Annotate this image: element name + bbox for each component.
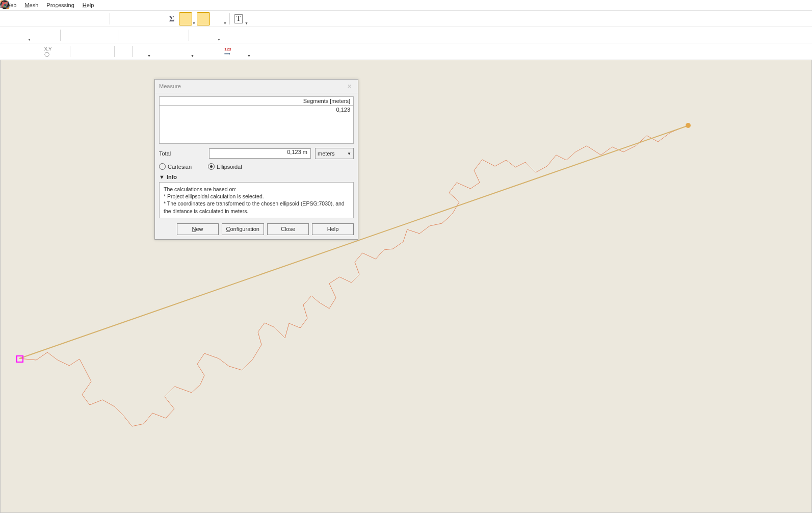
extent-icon[interactable] <box>55 45 67 58</box>
shape-icon <box>45 29 58 41</box>
new-button[interactable]: New <box>177 223 219 235</box>
segments-list[interactable]: 0,123 <box>159 106 354 144</box>
close-button-label: Close <box>281 226 295 232</box>
edit-toggle-icon <box>2 29 14 41</box>
poly-icon <box>32 29 44 41</box>
separator <box>60 30 61 41</box>
save-icon[interactable] <box>55 13 67 25</box>
help-button[interactable]: Help <box>312 223 354 235</box>
separator <box>189 30 189 41</box>
dropdown-arrow-icon[interactable]: ▼ <box>223 21 227 25</box>
sigma-icon[interactable]: Σ <box>166 13 178 25</box>
radio-ellipsoidal-label: Ellipsoidal <box>217 164 242 170</box>
text-annotation-icon[interactable]: T <box>232 13 245 25</box>
node-icon <box>265 45 277 58</box>
dropdown-arrow-icon[interactable]: ▼ <box>147 54 151 58</box>
options-icon[interactable] <box>152 13 165 25</box>
refresh-icon[interactable] <box>95 13 107 25</box>
info-line: * The coordinates are transformed to the… <box>164 200 349 214</box>
line-tool-icon[interactable] <box>165 45 177 58</box>
zoom-reset-icon[interactable] <box>211 13 223 25</box>
xy-icon[interactable]: X,Y◯ <box>42 45 54 58</box>
dropdown-arrow-icon[interactable]: ▼ <box>192 21 196 25</box>
undo-icon <box>192 29 204 41</box>
zoom-out-icon[interactable] <box>15 13 28 25</box>
poly-tool-icon[interactable] <box>195 45 207 58</box>
map-canvas[interactable] <box>0 60 812 513</box>
delete-icon <box>174 29 186 41</box>
identify-icon[interactable] <box>113 13 125 25</box>
dropdown-arrow-icon: ▼ <box>217 38 221 41</box>
dialog-titlebar[interactable]: Measure ✕ <box>155 80 358 93</box>
export-icon[interactable] <box>68 13 81 25</box>
separator <box>110 13 110 24</box>
line-add-icon <box>63 29 75 41</box>
attribute-table-icon[interactable] <box>126 13 138 25</box>
separator <box>114 46 115 57</box>
dropdown-arrow-icon: ▼ <box>28 38 31 41</box>
toolbar-row-1: Σ ▼ ▼ T▼ <box>0 11 812 27</box>
radio-cartesian[interactable]: Cartesian <box>159 163 192 170</box>
add-layer-icon[interactable] <box>73 45 85 58</box>
zoom-in-icon[interactable] <box>2 13 14 25</box>
help-button-label: Help <box>327 226 339 232</box>
configuration-button[interactable]: Configuration <box>222 223 264 235</box>
menubar: Web Mesh Processing Help <box>0 0 812 11</box>
radio-dot-empty <box>159 163 166 170</box>
unit-select[interactable]: meters▼ <box>315 148 354 159</box>
world-icon[interactable] <box>29 45 41 58</box>
merge-icon <box>147 29 160 41</box>
zoom-full-icon[interactable] <box>2 45 14 58</box>
menu-help[interactable]: Help <box>78 1 98 9</box>
clock-icon[interactable] <box>82 13 94 25</box>
menu-mesh[interactable]: Mesh <box>20 1 42 9</box>
feature-line <box>1 60 811 513</box>
radio-dot-filled <box>208 163 215 170</box>
svg-line-69 <box>3 3 6 6</box>
measure-line-icon[interactable] <box>179 12 192 25</box>
select-feature-icon[interactable] <box>235 45 247 58</box>
layer-tools-icon[interactable] <box>99 45 112 58</box>
dropdown-arrow-icon[interactable]: ▼ <box>247 54 251 58</box>
numbers-icon[interactable]: 123⟶ <box>222 45 234 58</box>
chevron-down-icon: ▼ <box>347 151 351 156</box>
separator <box>132 46 133 57</box>
zoom-prev-icon[interactable] <box>29 13 41 25</box>
close-button[interactable]: Close <box>267 223 309 235</box>
scissors-icon <box>121 29 133 41</box>
triangle-down-icon: ▼ <box>159 174 165 180</box>
info-line: The calculations are based on: <box>164 186 349 193</box>
measure-start-marker <box>16 355 23 363</box>
line2-icon <box>76 29 89 41</box>
radio-ellipsoidal[interactable]: Ellipsoidal <box>208 163 242 170</box>
stats-icon[interactable] <box>139 13 151 25</box>
info-toggle[interactable]: ▼Info <box>159 174 354 180</box>
total-label: Total <box>159 150 205 157</box>
auto-icon <box>252 45 264 58</box>
menu-processing[interactable]: Processing <box>42 1 78 9</box>
remove-layer-icon[interactable] <box>86 45 98 58</box>
ring-icon[interactable] <box>135 45 147 58</box>
dropdown-arrow-icon[interactable]: ▼ <box>245 21 248 25</box>
total-input[interactable]: 0,123 m <box>209 148 311 159</box>
numeric-xy-icon[interactable]: XY <box>152 45 164 58</box>
separator <box>118 30 118 41</box>
polyline-icon <box>15 29 28 41</box>
cut-icon <box>103 29 115 41</box>
cross-line-icon[interactable] <box>178 45 191 58</box>
dialog-title: Measure <box>159 83 181 89</box>
redo-icon <box>205 29 217 41</box>
open-icon[interactable] <box>42 13 54 25</box>
measure-dialog: Measure ✕ Segments [meters] 0,123 Total … <box>154 79 358 240</box>
tool-extra-icon <box>222 29 234 41</box>
close-icon[interactable]: ✕ <box>345 82 354 91</box>
dropdown-arrow-icon[interactable]: ▼ <box>191 54 194 58</box>
map-tips-icon[interactable] <box>197 12 210 25</box>
share-icon[interactable] <box>117 45 129 58</box>
bridge-icon[interactable] <box>208 45 221 58</box>
segments-header: Segments [meters] <box>159 96 354 106</box>
unit-label: meters <box>318 150 335 157</box>
cut2-icon <box>134 29 146 41</box>
toolbar-row-3: X,Y◯ ▼ XY ▼ 123⟶ ▼ <box>0 43 812 59</box>
zoom-selection-icon[interactable] <box>15 45 28 58</box>
